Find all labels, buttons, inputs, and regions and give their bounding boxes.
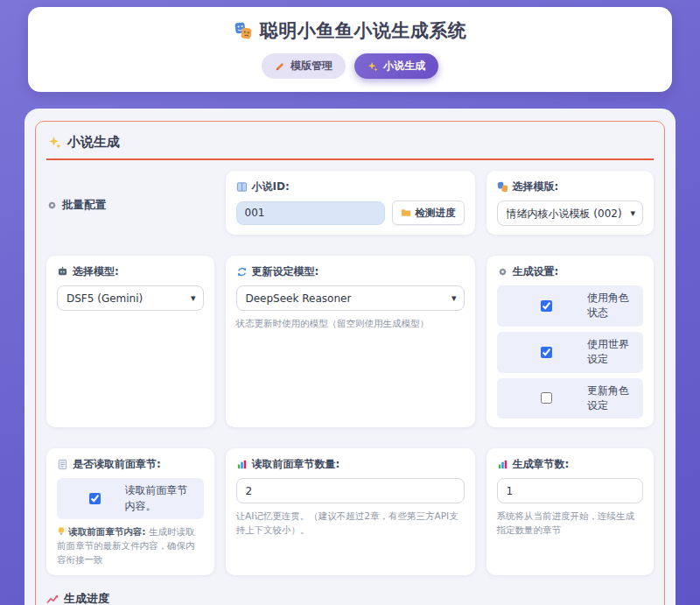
update-model-hint: 状态更新时使用的模型（留空则使用生成模型）	[236, 317, 465, 331]
book-icon	[236, 181, 248, 193]
gear-icon	[46, 200, 58, 211]
prev-count-hint: 让AI记忆更连贯。（建议不超过2章，有些第三方API支持上下文较小）。	[236, 510, 465, 538]
read-prev-row: 读取前面章节内容。	[57, 478, 204, 519]
gear-icon	[497, 266, 508, 278]
header-card: 聪明小鱼鱼小说生成系统 模版管理 小说生成	[28, 7, 672, 92]
novel-id-label: 小说ID:	[236, 179, 465, 194]
use-world-setting-row: 使用世界设定	[497, 332, 644, 373]
check-progress-button[interactable]: 检测进度	[392, 200, 465, 225]
section-title-text: 小说生成	[67, 134, 120, 151]
template-select[interactable]: 情绪内核小说模板 (002)	[497, 200, 644, 226]
model-panel: 选择模型: DSF5 (Gemini) ▾	[46, 256, 214, 427]
template-label: 选择模版:	[497, 179, 644, 194]
novel-id-input[interactable]	[236, 201, 385, 225]
prev-count-input[interactable]	[236, 478, 465, 503]
app-title: 聪明小鱼鱼小说生成系统	[37, 18, 663, 43]
tab-row: 模版管理 小说生成	[37, 53, 663, 79]
gen-settings-label: 生成设置:	[497, 264, 644, 279]
app-title-text: 聪明小鱼鱼小说生成系统	[260, 18, 467, 43]
use-world-setting-checkbox[interactable]	[541, 347, 552, 358]
use-character-state-checkbox[interactable]	[541, 300, 552, 312]
gen-count-label: 生成章节数:	[497, 457, 644, 472]
robot-icon	[57, 266, 68, 278]
document-icon	[57, 459, 68, 470]
read-prev-hint: 读取前面章节内容: 生成时读取前面章节的最新文件内容，确保内容衔接一致	[57, 525, 204, 566]
tab-template-manage[interactable]: 模版管理	[262, 53, 346, 79]
update-character-setting-checkbox[interactable]	[541, 392, 552, 404]
model-label: 选择模型:	[57, 264, 204, 279]
novel-id-panel: 小说ID: 检测进度	[226, 171, 475, 235]
folder-icon	[401, 208, 411, 218]
sparkles-icon	[48, 136, 61, 149]
section-title: 小说生成	[46, 131, 654, 160]
sparkles-icon	[368, 61, 378, 72]
update-model-panel: 更新设定模型: DeepSeek Reasoner ▾ 状态更新时使用的模型（留…	[226, 256, 475, 427]
prev-count-panel: 读取前面章节数量: 让AI记忆更连贯。（建议不超过2章，有些第三方API支持上下…	[226, 448, 475, 575]
bar-chart-icon	[236, 459, 248, 470]
gen-count-input[interactable]	[497, 478, 644, 503]
batch-config-label: 批量配置	[46, 171, 214, 235]
update-model-select[interactable]: DeepSeek Reasoner	[236, 285, 465, 311]
update-character-setting-row: 更新角色设定	[497, 378, 644, 419]
theater-masks-icon	[497, 181, 508, 193]
refresh-icon	[236, 266, 248, 278]
page: 聪明小鱼鱼小说生成系统 模版管理 小说生成	[0, 0, 700, 605]
tab-novel-generate-label: 小说生成	[383, 59, 425, 74]
read-prev-panel: 是否读取前面章节: 读取前面章节内容。 读取前面章节内容:	[46, 448, 214, 575]
bar-chart-icon	[497, 459, 508, 470]
tab-template-manage-label: 模版管理	[290, 59, 332, 74]
use-character-state-row: 使用角色状态	[497, 285, 644, 327]
gen-settings-panel: 生成设置: 使用角色状态 使用世界设定 更新角色设定	[486, 256, 654, 427]
update-model-label: 更新设定模型:	[236, 264, 465, 279]
theater-masks-icon	[234, 21, 253, 40]
template-panel: 选择模版: 情绪内核小说模板 (002) ▾	[486, 171, 654, 235]
model-select[interactable]: DSF5 (Gemini)	[57, 285, 204, 311]
main-card: 小说生成 批量配置	[24, 109, 676, 605]
gen-count-hint: 系统将从当前进度开始，连续生成指定数量的章节	[497, 510, 644, 538]
read-prev-label: 是否读取前面章节:	[57, 457, 204, 472]
tab-novel-generate[interactable]: 小说生成	[354, 53, 438, 79]
read-prev-checkbox[interactable]	[89, 493, 101, 504]
progress-title: 生成进度	[46, 591, 654, 605]
novel-generate-section: 小说生成 批量配置	[35, 121, 665, 605]
trend-chart-icon	[46, 593, 59, 605]
pencil-icon	[275, 61, 285, 72]
lightbulb-icon	[57, 526, 66, 536]
prev-count-label: 读取前面章节数量:	[236, 457, 465, 472]
gen-count-panel: 生成章节数: 系统将从当前进度开始，连续生成指定数量的章节	[486, 448, 654, 575]
